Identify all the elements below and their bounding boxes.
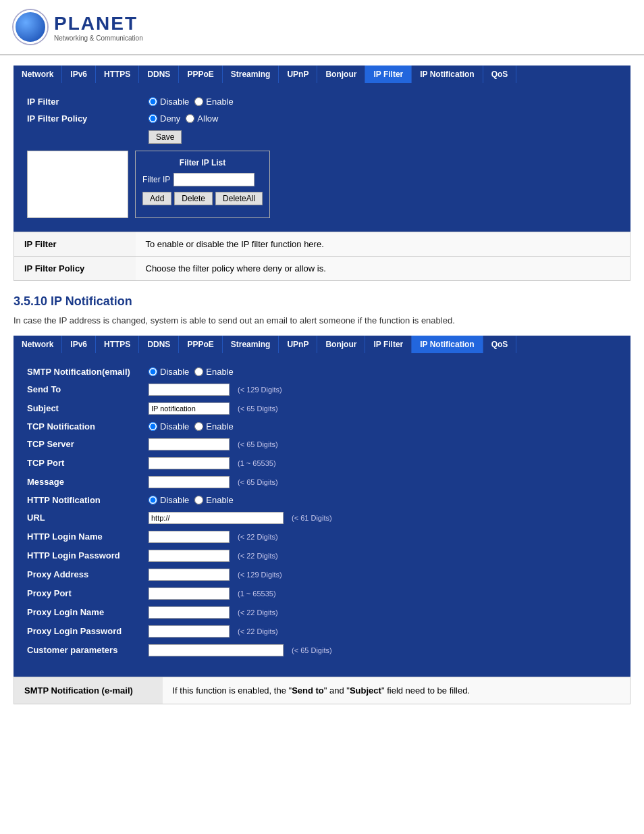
smtp_notificationemail-enable-radio[interactable]: Enable: [194, 367, 233, 377]
notif-label-message: Message: [27, 477, 149, 487]
notif-row-tcp-notification: TCP Notification Disable Enable: [27, 421, 617, 432]
notif-input-proxy-login-password[interactable]: [149, 625, 230, 637]
notif-row-http-notification: HTTP Notification Disable Enable: [27, 495, 617, 505]
notif-row-subject: Subject(< 65 Digits): [27, 402, 617, 415]
ip-filter-controls: Disable Enable: [149, 97, 234, 107]
filter-ip-input[interactable]: [173, 173, 254, 186]
ip-filter-deny-radio[interactable]: Deny: [149, 113, 180, 124]
notif-row-tcp-server: TCP Server(< 65 Digits): [27, 438, 617, 450]
http_notification-enable-radio[interactable]: Enable: [194, 495, 233, 505]
ip-filter-policy-label: IP Filter Policy: [27, 113, 149, 124]
logo-text: PLANET Networking & Communication: [54, 13, 143, 42]
notif-row-message: Message(< 65 Digits): [27, 476, 617, 488]
notif-row-customer-parameters: Customer parameters(< 65 Digits): [27, 644, 617, 656]
notif-input-proxy-login-name[interactable]: [149, 606, 230, 619]
notif-row-url: URL(< 61 Digits): [27, 512, 617, 524]
notif-label-tcp-server: TCP Server: [27, 439, 149, 449]
notif-input-proxy-address[interactable]: [149, 569, 230, 581]
ip-filter-policy-row: IP Filter Policy Deny Allow: [27, 113, 617, 124]
nav-tab-ip-filter[interactable]: IP Filter: [365, 66, 412, 83]
nav-tab-streaming[interactable]: Streaming: [223, 66, 279, 83]
notif-input-proxy-port[interactable]: [149, 588, 230, 600]
ip-filter-allow-input[interactable]: [186, 114, 194, 123]
hint-send-to: (< 129 Digits): [238, 386, 282, 394]
notif-label-proxy-address: Proxy Address: [27, 569, 149, 579]
notif-label-send-to: Send To: [27, 384, 149, 394]
ip-notification-panel: SMTP Notification(email) Disable EnableS…: [14, 353, 630, 677]
ip-filter-disable-input[interactable]: [149, 97, 157, 106]
bottom-desc-row: SMTP Notification (e-mail) If this funct…: [14, 677, 630, 704]
http_notification-disable-radio[interactable]: Disable: [149, 495, 189, 505]
hint-url: (< 61 Digits): [292, 514, 332, 522]
notif-label-proxy-port: Proxy Port: [27, 588, 149, 598]
notif-input-send-to[interactable]: [149, 384, 230, 396]
nav-tab-bonjour[interactable]: Bonjour: [317, 66, 365, 83]
nav-tab-ip-notification[interactable]: IP Notification: [412, 336, 483, 353]
nav-tab-ipv6[interactable]: IPv6: [62, 336, 96, 353]
nav-tab-ipv6[interactable]: IPv6: [62, 66, 96, 83]
ip-list-textarea[interactable]: [27, 151, 128, 218]
notif-input-subject[interactable]: [149, 402, 230, 415]
ip-filter-enable-input[interactable]: [194, 97, 203, 106]
filter-btns: Add Delete DeleteAll: [142, 192, 263, 205]
hint-val-subject: (< 65 Digits): [238, 405, 278, 413]
notif-input-customer-parameters[interactable]: [149, 644, 284, 656]
ip-filter-desc-row-2: IP Filter Policy Choose the filter polic…: [14, 257, 630, 281]
ip-filter-deny-input[interactable]: [149, 114, 157, 123]
filter-ip-row: Filter IP: [142, 173, 263, 186]
smtp-notif-definition: If this function is enabled, the "Send t…: [163, 677, 630, 704]
hint-proxy-port: (1 ~ 65535): [238, 590, 276, 598]
notif-label-tcp-notification: TCP Notification: [27, 421, 149, 432]
notif-row-proxy-login-name: Proxy Login Name(< 22 Digits): [27, 606, 617, 619]
hint-tcp-port: (1 ~ 65535): [238, 459, 276, 467]
add-button[interactable]: Add: [142, 192, 171, 205]
nav-tab-upnp[interactable]: UPnP: [279, 336, 317, 353]
nav-tab-qos[interactable]: QoS: [483, 336, 517, 353]
nav-tab-ip-notification[interactable]: IP Notification: [412, 66, 483, 83]
nav-tab-network[interactable]: Network: [14, 336, 62, 353]
tcp_notification-enable-radio[interactable]: Enable: [194, 421, 233, 432]
notif-label-proxy-login-name: Proxy Login Name: [27, 607, 149, 617]
nav-tab-https[interactable]: HTTPS: [96, 336, 139, 353]
nav-tab-ip-filter[interactable]: IP Filter: [365, 336, 412, 353]
notif-input-tcp-server[interactable]: [149, 438, 230, 450]
nav-tab-https[interactable]: HTTPS: [96, 66, 139, 83]
delete-all-button[interactable]: DeleteAll: [215, 192, 263, 205]
notif-label-smtp-notificationemail: SMTP Notification(email): [27, 367, 149, 377]
ip-filter-disable-radio[interactable]: Disable: [149, 97, 189, 107]
tcp_notification-disable-radio[interactable]: Disable: [149, 421, 189, 432]
ip-filter-enable-radio[interactable]: Enable: [194, 97, 233, 107]
hint-customer-parameters: (< 65 Digits): [292, 646, 332, 654]
nav-tab-ddns[interactable]: DDNS: [139, 336, 179, 353]
nav-tab-pppoe[interactable]: PPPoE: [179, 336, 222, 353]
main-content: NetworkIPv6HTTPSDDNSPPPoEStreamingUPnPBo…: [0, 55, 644, 714]
notif-input-url[interactable]: [149, 512, 284, 524]
notif-row-http-login-name: HTTP Login Name(< 22 Digits): [27, 531, 617, 543]
notif-input-tcp-port[interactable]: [149, 457, 230, 469]
ip-filter-policy-controls: Deny Allow: [149, 113, 218, 124]
notif-input-http-login-name[interactable]: [149, 531, 230, 543]
save-button[interactable]: Save: [149, 130, 182, 144]
smtp_notificationemail-disable-radio[interactable]: Disable: [149, 367, 189, 377]
nav-tab-upnp[interactable]: UPnP: [279, 66, 317, 83]
bottom-desc-table: SMTP Notification (e-mail) If this funct…: [14, 677, 630, 704]
logo-area: PLANET Networking & Communication: [0, 0, 644, 55]
notif-row-http-login-password: HTTP Login Password(< 22 Digits): [27, 550, 617, 562]
nav-tab-bonjour[interactable]: Bonjour: [317, 336, 365, 353]
nav-tab-pppoe[interactable]: PPPoE: [179, 66, 222, 83]
hint-proxy-login-name: (< 22 Digits): [238, 608, 278, 617]
notif-label-tcp-port: TCP Port: [27, 458, 149, 468]
nav-tab-qos[interactable]: QoS: [483, 66, 517, 83]
delete-button[interactable]: Delete: [174, 192, 213, 205]
smtp-notif-term: SMTP Notification (e-mail): [14, 677, 163, 704]
nav-tab-network[interactable]: Network: [14, 66, 62, 83]
notif-input-message[interactable]: [149, 476, 230, 488]
ip-list-section: Filter IP List Filter IP Add Delete Dele…: [27, 151, 617, 218]
ip-filter-allow-radio[interactable]: Allow: [186, 113, 218, 124]
nav-tab-streaming[interactable]: Streaming: [223, 336, 279, 353]
notif-input-http-login-password[interactable]: [149, 550, 230, 562]
nav-tab-ddns[interactable]: DDNS: [139, 66, 179, 83]
ip-filter-definition: To enable or disable the IP filter funct…: [136, 232, 630, 257]
notif-row-tcp-port: TCP Port(1 ~ 65535): [27, 457, 617, 469]
ip-filter-panel: IP Filter Disable Enable IP Filter Polic…: [14, 83, 630, 232]
